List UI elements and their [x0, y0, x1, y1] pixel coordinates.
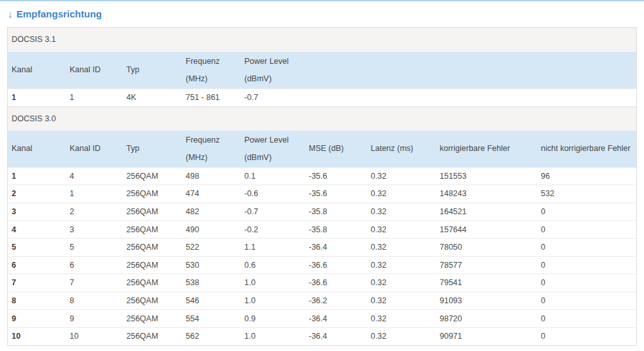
table-cell: 1 — [8, 88, 66, 106]
table-cell: 96 — [537, 167, 636, 185]
column-header: Latenz (ms) — [367, 130, 436, 167]
table-cell: 256QAM — [122, 327, 182, 345]
table-cell: 78577 — [436, 256, 537, 274]
table-cell: 91093 — [436, 292, 537, 310]
column-header: MSE (dB) — [305, 130, 367, 167]
table-cell: 0.9 — [240, 310, 305, 328]
table-row: 55256QAM5221.1-36.40.32780500 — [8, 238, 636, 256]
docsis-3-0-table: DOCSIS 3.0KanalKanal IDTypFrequenz (MHz)… — [8, 106, 636, 345]
table-cell: 554 — [182, 310, 240, 328]
table-cell: -0.7 — [240, 203, 305, 221]
table-cell: 79541 — [436, 274, 537, 292]
table-cell: 1.1 — [240, 238, 305, 256]
table-cell: -35.8 — [305, 203, 367, 221]
table-cell: 0 — [537, 310, 636, 328]
table-header-row: KanalKanal IDTypFrequenz (MHz)Power Leve… — [8, 130, 636, 167]
table-section-row: DOCSIS 3.0 — [8, 106, 636, 130]
table-cell: 90971 — [436, 327, 537, 345]
table-cell: 1.0 — [240, 327, 305, 345]
table-cell: -0.6 — [240, 185, 305, 203]
table-row: 14256QAM4980.1-35.60.3215155396 — [8, 167, 636, 185]
column-header: Kanal ID — [66, 130, 122, 167]
table-row: 32256QAM482-0.7-35.80.321645210 — [8, 203, 636, 221]
section-title-label: Empfangsrichtung — [17, 8, 102, 19]
table-row: 99256QAM5540.9-36.40.32987200 — [8, 310, 636, 328]
table-section-row: DOCSIS 3.1 — [8, 28, 636, 52]
table-cell: 256QAM — [122, 203, 182, 221]
table-cell: 0.32 — [367, 203, 436, 221]
table-cell: 0.32 — [367, 310, 436, 328]
table-row: 66256QAM5300.6-36.60.32785770 — [8, 256, 636, 274]
table-cell: 0.1 — [240, 167, 305, 185]
table-section-title: DOCSIS 3.1 — [8, 28, 636, 52]
table-cell: 0.32 — [367, 274, 436, 292]
table-row: 77256QAM5381.0-36.60.32795410 — [8, 274, 636, 292]
table-cell: 1.0 — [240, 292, 305, 310]
column-header: nicht korrigierbare Fehler — [537, 130, 636, 167]
table-cell: 1 — [66, 185, 122, 203]
table-cell: 498 — [182, 167, 240, 185]
table-cell: 157644 — [436, 221, 537, 239]
table-cell: -36.2 — [305, 292, 367, 310]
table-cell: 1 — [8, 167, 66, 185]
column-header: Typ — [122, 52, 182, 88]
table-cell: 2 — [66, 203, 122, 221]
table-row: 43256QAM490-0.2-35.80.321576440 — [8, 221, 636, 239]
table-cell: 256QAM — [122, 221, 182, 239]
table-cell: -36.6 — [305, 274, 367, 292]
docsis-3-1-table: DOCSIS 3.1KanalKanal IDTypFrequenz (MHz)… — [8, 28, 636, 106]
table-cell: 3 — [66, 221, 122, 239]
table-cell: 0.32 — [367, 167, 436, 185]
table-cell: 8 — [8, 292, 66, 310]
table-cell: 3 — [8, 203, 66, 221]
table-row: 114K751 - 861-0.7 — [8, 88, 636, 106]
column-header: Typ — [122, 130, 182, 167]
table-cell: 9 — [8, 310, 66, 328]
table-cell: -0.2 — [240, 221, 305, 239]
table-cell: 0 — [537, 238, 636, 256]
table-cell: 6 — [8, 256, 66, 274]
table-cell: 0.32 — [367, 327, 436, 345]
table-cell: 0.32 — [367, 292, 436, 310]
table-cell: 0.32 — [367, 256, 436, 274]
table-cell: -0.7 — [240, 88, 636, 106]
section-title-empfangsrichtung[interactable]: ↓Empfangsrichtung — [8, 8, 636, 19]
column-header: Power Level (dBmV) — [240, 52, 636, 88]
table-cell: -35.6 — [305, 167, 367, 185]
table-cell: 256QAM — [122, 274, 182, 292]
table-cell: -36.4 — [305, 310, 367, 328]
table-cell: 256QAM — [122, 292, 182, 310]
table-cell: 10 — [66, 327, 122, 345]
table-cell: 5 — [66, 238, 122, 256]
table-cell: 0 — [537, 221, 636, 239]
table-cell: 530 — [182, 256, 240, 274]
table-cell: 9 — [66, 310, 122, 328]
column-header: Power Level (dBmV) — [240, 130, 305, 167]
page-top-border — [0, 0, 644, 1]
table-cell: 2 — [8, 185, 66, 203]
down-arrow-icon: ↓ — [8, 8, 13, 19]
column-header: Frequenz (MHz) — [182, 130, 240, 167]
table-cell: 98720 — [436, 310, 537, 328]
table-cell: 532 — [537, 185, 636, 203]
table-cell: 6 — [66, 256, 122, 274]
table-cell: 0 — [537, 203, 636, 221]
table-cell: 482 — [182, 203, 240, 221]
table-cell: 474 — [182, 185, 240, 203]
table-cell: -35.8 — [305, 221, 367, 239]
table-cell: 538 — [182, 274, 240, 292]
table-cell: 490 — [182, 221, 240, 239]
table-cell: 256QAM — [122, 238, 182, 256]
table-cell: 4 — [66, 167, 122, 185]
table-row: 21256QAM474-0.6-35.60.32148243532 — [8, 185, 636, 203]
table-cell: 546 — [182, 292, 240, 310]
table-cell: 151553 — [436, 167, 537, 185]
table-cell: 0 — [537, 327, 636, 345]
table-cell: 1 — [66, 88, 122, 106]
table-cell: 1.0 — [240, 274, 305, 292]
table-header-row: KanalKanal IDTypFrequenz (MHz)Power Leve… — [8, 52, 636, 88]
table-cell: 522 — [182, 238, 240, 256]
column-header: Kanal — [8, 52, 66, 88]
table-cell: 10 — [8, 327, 66, 345]
table-cell: 164521 — [436, 203, 537, 221]
